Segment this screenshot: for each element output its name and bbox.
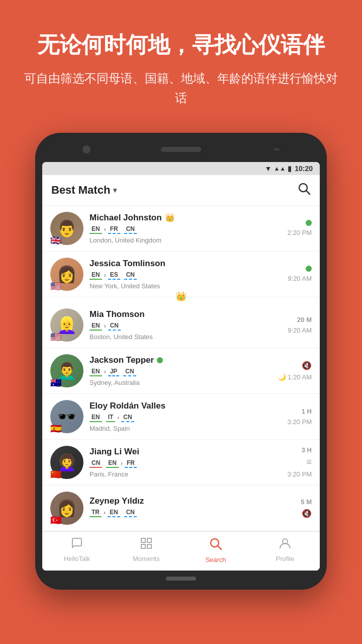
user-name-row: Eloy Roldán Valles [89, 401, 282, 411]
status-icons: ▼ ▲▲ ▮ [265, 165, 292, 173]
user-meta: 1 H 3:20 PM [288, 408, 312, 426]
svg-rect-3 [147, 538, 151, 542]
user-location: Paris, France [89, 470, 282, 478]
lang-tag: CN [89, 459, 102, 468]
lang-tag: CN [108, 321, 121, 331]
nav-item-profile[interactable]: Profile [265, 537, 305, 564]
profile-nav-icon [279, 537, 292, 553]
svg-rect-5 [147, 544, 151, 548]
nav-item-hellotalk[interactable]: HelloTalk [57, 537, 97, 564]
lang-tag: EN [108, 508, 120, 517]
message-time: 3:20 PM [288, 418, 312, 426]
user-name-row: Michael Johnston 👑 [89, 213, 282, 223]
status-time: 10:20 [295, 165, 313, 173]
svg-line-7 [218, 546, 221, 549]
list-item[interactable]: 👨‍🦱 🇦🇺 Jackson Tepper EN › JP [42, 348, 320, 394]
user-meta: 🔇 🌙 1:20 AM [278, 361, 312, 381]
lang-row: CN EN › FR [89, 459, 282, 468]
nav-label-search: Search [205, 556, 226, 564]
list-item[interactable]: 🕶️ 🇪🇸 Eloy Roldán Valles EN IT › CN [42, 394, 320, 440]
signal-icon: ▲▲ [274, 165, 286, 172]
svg-rect-2 [141, 538, 145, 542]
lang-tag: EN [89, 367, 102, 376]
user-meta: 2:20 PM [288, 220, 312, 236]
user-list: 👨 🇬🇧 Michael Johnston 👑 EN › FR [42, 206, 320, 531]
avatar-wrapper: 🕶️ 🇪🇸 [50, 400, 83, 433]
bottom-nav: HelloTalk Moments [42, 531, 320, 571]
user-info: Jiang Li Wei CN EN › FR Paris, France [89, 447, 282, 478]
lang-row: EN IT › CN [89, 413, 282, 422]
phone-bottom [42, 577, 320, 581]
svg-rect-4 [141, 544, 145, 548]
flag-icon: 🇹🇷 [50, 516, 61, 525]
lang-row: EN › ES CN [89, 271, 282, 280]
user-name-row: Jackson Tepper [89, 355, 272, 365]
phone-sensor [274, 148, 280, 151]
lang-tag: ES [108, 271, 120, 280]
lang-arrow: › [104, 323, 106, 330]
user-name: Michael Johnston [89, 213, 162, 223]
hero-section: 无论何时何地，寻找心仪语伴 可自由筛选不同母语、国籍、地域、年龄的语伴进行愉快对… [0, 0, 362, 123]
phone-camera [82, 145, 90, 153]
flag-icon: 🇦🇺 [50, 378, 61, 387]
lang-tag: JP [108, 367, 120, 376]
flag-icon: 🇺🇸 [50, 333, 61, 342]
lang-tag: CN [123, 367, 136, 376]
nav-label-profile: Profile [276, 555, 295, 562]
user-meta: 3 H ≡ 3:20 PM [288, 446, 312, 478]
nav-item-moments[interactable]: Moments [126, 537, 166, 564]
phone-wrapper: ▼ ▲▲ ▮ 10:20 Best Match ▾ [0, 123, 362, 590]
hellotalk-icon [70, 537, 83, 553]
user-location: Sydney, Australia [89, 379, 272, 386]
list-item[interactable]: 👩 🇺🇸 Jessica Tomlinson EN › ES CN [42, 252, 320, 297]
battery-icon: ▮ [288, 165, 292, 173]
avatar-wrapper: 👨 🇬🇧 [50, 212, 83, 245]
lang-tag: EN [106, 459, 119, 468]
message-time: 🌙 1:20 AM [278, 373, 312, 381]
nav-label-moments: Moments [133, 555, 159, 562]
age-badge: 20 M [297, 316, 312, 324]
nav-item-search[interactable]: Search [196, 537, 236, 564]
hero-title: 无论何时何地，寻找心仪语伴 [20, 30, 342, 59]
flag-icon: 🇨🇳 [50, 470, 61, 479]
user-location: Madrid, Spain [89, 425, 282, 432]
list-item[interactable]: 👱‍♀️ 🇺🇸 Mia Thomson EN › CN Bo [42, 302, 320, 348]
user-name: Zeynep Yıldız [89, 496, 144, 506]
user-info: Mia Thomson EN › CN Boston, United State… [89, 309, 282, 341]
user-meta: 9:20 AM [288, 266, 312, 282]
user-info: Eloy Roldán Valles EN IT › CN Madrid, Sp… [89, 401, 282, 432]
user-location: New York, United States [89, 282, 282, 290]
svg-line-1 [306, 191, 310, 194]
mute-icon: 🔇 [302, 361, 312, 370]
avatar-wrapper: 👩 🇺🇸 [50, 258, 83, 291]
header-title[interactable]: Best Match ▾ [51, 184, 117, 197]
lang-arrow: › [104, 226, 106, 233]
user-location: Boston, United States [89, 333, 282, 341]
header-search-button[interactable] [298, 182, 311, 198]
lang-tag: CN [124, 508, 137, 517]
lang-row: EN › CN [89, 321, 282, 331]
message-time: 2:20 PM [288, 229, 312, 236]
user-name: Jiang Li Wei [89, 447, 139, 457]
lang-arrow: › [104, 368, 106, 375]
flag-icon: 🇪🇸 [50, 424, 61, 433]
moments-icon [140, 537, 153, 553]
message-time: 9:20 AM [288, 275, 312, 282]
online-status-dot [157, 357, 163, 363]
age-badge: 1 H [302, 408, 312, 415]
user-location: London, United Kingdom [89, 236, 282, 244]
online-status-dot [306, 220, 312, 226]
lang-arrow: › [104, 509, 106, 516]
lang-arrow: › [117, 414, 119, 421]
list-item[interactable]: 👩‍🦱 🇨🇳 Jiang Li Wei CN EN › FR [42, 440, 320, 486]
user-name: Mia Thomson [89, 309, 145, 319]
home-button[interactable] [166, 577, 196, 581]
lang-tag: CN [121, 413, 134, 422]
list-item[interactable]: 👨 🇬🇧 Michael Johnston 👑 EN › FR [42, 206, 320, 252]
age-badge: 5 M [301, 498, 312, 506]
lang-arrow: › [121, 460, 123, 467]
list-item[interactable]: 👩 🇹🇷 Zeynep Yıldız TR › EN CN [42, 486, 320, 531]
nav-label-hellotalk: HelloTalk [64, 555, 90, 562]
message-time: 9:20 AM [288, 327, 312, 334]
user-name: Eloy Roldán Valles [89, 401, 165, 411]
